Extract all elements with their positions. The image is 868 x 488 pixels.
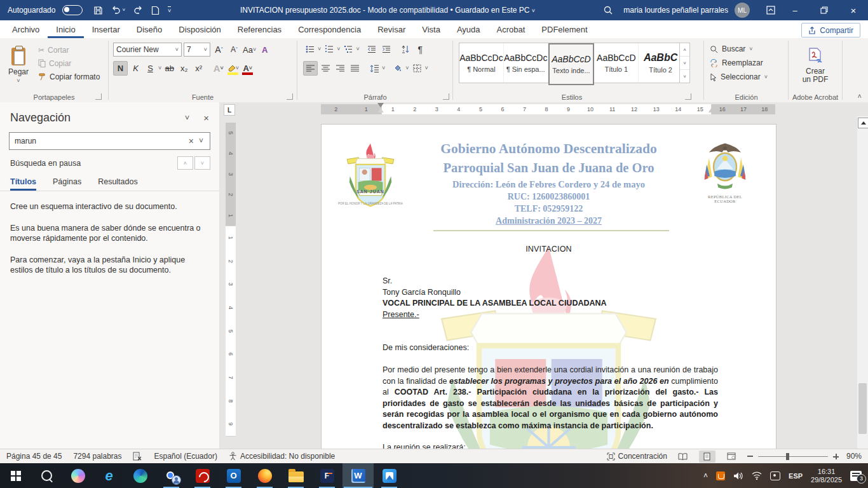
volume-icon[interactable] bbox=[733, 471, 743, 480]
word-count[interactable]: 7294 palabras bbox=[73, 452, 121, 461]
align-right-button[interactable] bbox=[334, 62, 347, 75]
ribbon-tab[interactable]: Acrobat bbox=[489, 20, 534, 38]
line-spacing-chevron-icon[interactable]: ˅ bbox=[382, 65, 385, 71]
numbering-chevron-icon[interactable]: ˅ bbox=[337, 46, 340, 52]
page-indicator[interactable]: Página 45 de 45 bbox=[6, 452, 62, 461]
copy-button[interactable]: Copiar bbox=[38, 57, 100, 70]
saved-location-chevron-icon[interactable]: ˅ bbox=[532, 8, 535, 14]
collapse-ribbon-icon[interactable]: ˄ bbox=[858, 92, 862, 100]
underline-chevron-icon[interactable]: ˅ bbox=[158, 65, 161, 71]
sort-button[interactable] bbox=[399, 43, 412, 56]
first-line-indent-marker[interactable] bbox=[377, 103, 384, 107]
zoom-in-icon[interactable] bbox=[833, 454, 839, 459]
navigation-tab[interactable]: Títulos bbox=[10, 177, 36, 191]
decrease-indent-button[interactable] bbox=[365, 43, 379, 56]
ribbon-tab[interactable]: Revisar bbox=[369, 20, 414, 38]
search-icon[interactable] bbox=[603, 5, 613, 15]
paragraph-dialog-launcher-icon[interactable] bbox=[443, 93, 449, 100]
bullets-chevron-icon[interactable]: ˅ bbox=[318, 46, 321, 52]
show-marks-button[interactable]: ¶ bbox=[414, 43, 427, 56]
ribbon-tab[interactable]: Archivo bbox=[4, 20, 48, 38]
acrobat-button[interactable] bbox=[187, 463, 218, 488]
document-title-text[interactable]: INVITACION bbox=[322, 245, 776, 254]
ribbon-tab[interactable]: PDFelement bbox=[533, 20, 595, 38]
paste-button[interactable]: Pegar ˅ bbox=[4, 41, 33, 90]
clear-search-icon[interactable]: × bbox=[186, 136, 196, 146]
borders-chevron-icon[interactable]: ˅ bbox=[425, 65, 428, 71]
web-layout-button[interactable] bbox=[723, 451, 740, 463]
tab-stop-selector[interactable]: L bbox=[224, 104, 235, 116]
word-taskbar-button[interactable]: W bbox=[342, 463, 374, 488]
meet-now-icon[interactable] bbox=[770, 471, 780, 480]
bold-button[interactable]: N bbox=[113, 61, 128, 76]
letterhead[interactable]: Gobierno Autónomo Descentralizado Parroq… bbox=[391, 142, 706, 226]
edge-button[interactable] bbox=[125, 463, 156, 488]
hanging-indent-marker[interactable] bbox=[377, 108, 384, 112]
shading-button[interactable] bbox=[391, 62, 404, 75]
avatar[interactable]: ML bbox=[735, 3, 750, 18]
numbering-button[interactable] bbox=[322, 43, 336, 56]
style-card[interactable]: AaBbCcDc ¶ Sin espa... bbox=[504, 43, 548, 83]
minimize-button[interactable]: – bbox=[780, 0, 810, 20]
strikethrough-button[interactable]: ab bbox=[163, 62, 176, 75]
line-spacing-button[interactable] bbox=[367, 62, 381, 75]
highlight-button[interactable]: ˅ bbox=[226, 62, 240, 75]
autosave-toggle[interactable] bbox=[62, 5, 83, 15]
ribbon-tab[interactable]: Ayuda bbox=[449, 20, 489, 38]
internet-explorer-button[interactable]: e bbox=[93, 463, 125, 488]
increase-indent-button[interactable] bbox=[380, 43, 393, 56]
zoom-track[interactable] bbox=[758, 456, 828, 457]
greeting-text[interactable]: De mis consideraciones: bbox=[383, 342, 718, 354]
navigation-search-box[interactable]: × ˅ bbox=[9, 132, 210, 150]
styles-scroll-up-icon[interactable]: ˄ bbox=[680, 43, 689, 57]
navigation-options-chevron-icon[interactable]: ˅ bbox=[185, 113, 190, 123]
chrome-button[interactable] bbox=[156, 463, 187, 488]
pdfelement-button[interactable]: F bbox=[311, 463, 342, 488]
align-left-button[interactable] bbox=[303, 61, 318, 76]
change-case-button[interactable]: Aa˅ bbox=[243, 43, 256, 57]
document-page[interactable]: SAN JUAN POR EL HONOR Y LA GRANDEZA DE L… bbox=[321, 124, 776, 449]
restore-button[interactable] bbox=[810, 0, 839, 20]
text-effects-button[interactable]: A˅ bbox=[212, 62, 225, 75]
ribbon-tab[interactable]: Insertar bbox=[84, 20, 128, 38]
print-layout-button[interactable] bbox=[699, 451, 715, 463]
ribbon-tab[interactable]: Referencias bbox=[229, 20, 290, 38]
format-painter-button[interactable]: Copiar formato bbox=[38, 70, 100, 83]
language-indicator[interactable]: Español (Ecuador) bbox=[154, 452, 217, 461]
zoom-out-icon[interactable] bbox=[747, 456, 753, 457]
outlook-button[interactable]: O bbox=[218, 463, 249, 488]
navigation-search-input[interactable] bbox=[13, 136, 186, 146]
clipboard-dialog-launcher-icon[interactable] bbox=[95, 93, 102, 100]
new-document-icon[interactable] bbox=[151, 6, 159, 15]
ribbon-tab[interactable]: Correspondencia bbox=[290, 20, 369, 38]
previous-result-button[interactable]: ˄ bbox=[177, 156, 193, 170]
body-paragraph[interactable]: Por medio del presente tengo a bien exte… bbox=[383, 365, 718, 431]
navigation-tab[interactable]: Resultados bbox=[98, 177, 138, 191]
taskbar-search-button[interactable] bbox=[31, 463, 62, 488]
clear-formatting-button[interactable]: A bbox=[258, 43, 271, 57]
notification-center-icon[interactable]: 3 bbox=[850, 471, 862, 481]
redo-icon[interactable] bbox=[133, 6, 143, 15]
save-icon[interactable] bbox=[93, 6, 103, 15]
underline-button[interactable]: S bbox=[144, 62, 157, 75]
right-indent-marker[interactable] bbox=[709, 107, 715, 112]
firefox-button[interactable] bbox=[249, 463, 280, 488]
file-explorer-button[interactable] bbox=[280, 463, 311, 488]
style-card[interactable]: AaBbC Título 2 bbox=[639, 43, 683, 83]
style-card[interactable]: AaBbCcDc ¶ Normal bbox=[459, 43, 504, 83]
navigation-tab[interactable]: Páginas bbox=[53, 177, 81, 191]
zoom-slider[interactable] bbox=[747, 454, 839, 459]
styles-scroll-down-icon[interactable]: ˅ bbox=[680, 57, 689, 70]
styles-dialog-launcher-icon[interactable] bbox=[685, 93, 691, 100]
ribbon-tab[interactable]: Vista bbox=[414, 20, 449, 38]
next-result-button[interactable]: ˅ bbox=[194, 156, 210, 170]
user-name[interactable]: maria lourdes peñafiel parrales bbox=[623, 6, 728, 15]
replace-button[interactable]: Reemplazar bbox=[705, 56, 788, 70]
ribbon-display-options-icon[interactable] bbox=[761, 6, 780, 15]
style-card[interactable]: AaBbCcD Texto inde... bbox=[548, 43, 595, 85]
presente-text[interactable]: Presente.- bbox=[383, 309, 718, 321]
find-button[interactable]: Buscar˅ bbox=[705, 42, 788, 56]
start-button[interactable] bbox=[0, 463, 31, 488]
cut-button[interactable]: ✂Cortar bbox=[38, 43, 100, 57]
zoom-thumb[interactable] bbox=[786, 453, 789, 460]
